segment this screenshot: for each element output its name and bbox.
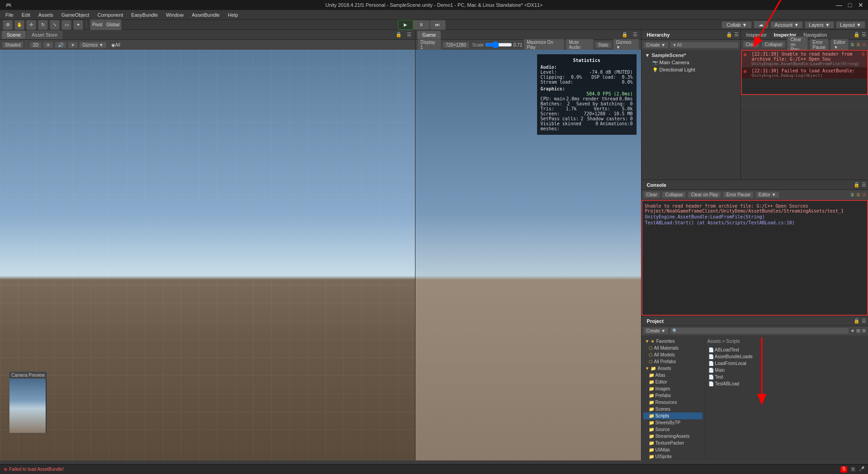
tree-resources[interactable]: 📁 Resources — [643, 399, 703, 406]
tree-images[interactable]: 📁 Images — [643, 385, 703, 392]
maximize-play-btn[interactable]: Maximize On Play — [524, 39, 564, 51]
collab-button[interactable]: Collab ▼ — [722, 21, 752, 28]
project-tab[interactable]: Project — [643, 318, 667, 325]
hierarchy-main-camera[interactable]: 📷 Main Camera — [643, 59, 739, 66]
tree-texture[interactable]: 📁 TexturePacker — [643, 440, 703, 446]
hierarchy-lock-btn[interactable]: 🔒 — [726, 32, 732, 38]
all-btn[interactable]: ◉All — [108, 42, 123, 48]
tree-editor[interactable]: 📁 Editor — [643, 379, 703, 385]
project-menu-btn[interactable]: ☰ — [862, 318, 866, 324]
console-error-row-2[interactable]: ⊗ [22:31:30] Failed to load AssetBundle:… — [742, 67, 867, 79]
game-lock-btn[interactable]: 🔒 — [620, 32, 630, 38]
project-star-btn[interactable]: ★ — [850, 328, 855, 334]
shaded-dropdown[interactable]: Shaded — [2, 42, 24, 48]
tree-assets[interactable]: ▼ 📁 Assets — [643, 365, 703, 372]
tree-all-prefabs[interactable]: ⬡ All Prefabs — [643, 358, 703, 365]
move-tool[interactable]: ✛ — [26, 20, 36, 30]
lighting-btn[interactable]: ☀ — [43, 42, 53, 48]
close-button[interactable]: ✕ — [857, 1, 864, 9]
game-gizmos-btn[interactable]: Gizmos ▼ — [613, 39, 639, 51]
console-menu-btn[interactable]: ☰ — [862, 182, 866, 188]
effects-btn[interactable]: ✦ — [68, 42, 78, 48]
collapse-btn[interactable]: Collapse — [761, 41, 785, 48]
cloud-button[interactable]: ☁ — [754, 21, 769, 28]
rotate-tool[interactable]: ↻ — [38, 20, 48, 30]
tree-atlas[interactable]: 📁 Altas — [643, 372, 703, 379]
tree-scenes[interactable]: 📁 Scenes — [643, 406, 703, 412]
scene-lock-btn[interactable]: 🔒 — [394, 32, 404, 38]
display-dropdown[interactable]: Display 1 — [417, 39, 441, 51]
console-tab-label[interactable]: Inspector — [743, 31, 770, 38]
project-search[interactable]: 🔍 — [670, 327, 849, 334]
console-main-tab[interactable]: Console — [643, 181, 670, 189]
play-button[interactable]: ▶ — [398, 20, 413, 30]
tree-prefabs[interactable]: 📁 Prefabs — [643, 392, 703, 399]
mute-btn[interactable]: Mute Audio — [566, 39, 593, 51]
console-error-pause-btn[interactable]: Error Pause — [723, 191, 753, 198]
global-button[interactable]: Global — [104, 20, 121, 30]
layers-dropdown[interactable]: Layers ▼ — [805, 21, 834, 28]
file-assetbundleloader[interactable]: 📄 AssetBundleLoade — [707, 353, 866, 360]
asset-store-tab[interactable]: Asset Store — [27, 31, 62, 39]
inspector-menu-btn[interactable]: ☰ — [862, 32, 866, 38]
menu-window[interactable]: Window — [162, 11, 187, 19]
file-testabload[interactable]: 📄 TestABLoad — [707, 380, 866, 387]
hierarchy-scene-item[interactable]: ▼ SampleScene* — [643, 52, 739, 59]
tree-scripts[interactable]: 📁 Scripts — [643, 412, 703, 419]
audio-btn[interactable]: 🔊 — [55, 42, 66, 48]
tree-packages[interactable]: ▶ 📦 Packages — [643, 460, 703, 460]
tree-uiatlas[interactable]: 📁 UIAtlas — [643, 446, 703, 453]
2d-button[interactable]: 2D — [29, 42, 42, 48]
maximize-button[interactable]: □ — [846, 1, 854, 9]
hierarchy-search[interactable]: ▼All — [670, 42, 738, 48]
hierarchy-menu-btn[interactable]: ☰ — [734, 32, 739, 38]
scale-slider[interactable] — [485, 42, 512, 47]
clear-btn[interactable]: Clear — [743, 41, 760, 48]
console-clear-btn[interactable]: Clear — [643, 191, 660, 198]
step-button[interactable]: ⏭ — [429, 20, 446, 30]
rect-tool[interactable]: ▭ — [61, 20, 71, 30]
account-dropdown[interactable]: Account ▼ — [770, 21, 803, 28]
console-clear-play-btn[interactable]: Clear on Play — [688, 191, 721, 198]
resolution-dropdown[interactable]: 720×1280 — [443, 42, 469, 48]
hierarchy-create-btn[interactable]: Create ▼ — [643, 42, 669, 48]
stats-btn[interactable]: Stats — [595, 42, 612, 48]
project-toggle-btn[interactable]: ⊞ — [856, 328, 860, 334]
game-menu-btn[interactable]: ☰ — [631, 32, 639, 38]
gizmos-btn[interactable]: Gizmos ▼ — [79, 42, 107, 48]
layout-dropdown[interactable]: Layout ▼ — [836, 21, 865, 28]
multi-tool[interactable]: ✦ — [73, 20, 83, 30]
menu-assets[interactable]: Assets — [35, 11, 57, 19]
tree-all-models[interactable]: ⬡ All Models — [643, 351, 703, 358]
scene-menu-btn[interactable]: ☰ — [405, 32, 413, 38]
console-editor-btn[interactable]: Editor ▼ — [755, 191, 779, 198]
hand-tool[interactable]: ✋ — [14, 20, 24, 30]
project-settings-btn[interactable]: ⚙ — [862, 328, 866, 334]
project-create-btn[interactable]: Create ▼ — [643, 327, 669, 334]
tree-uisprite[interactable]: 📁 UISprite — [643, 453, 703, 460]
hierarchy-directional-light[interactable]: 💡 Directional Light — [643, 66, 739, 73]
menu-help[interactable]: Help — [224, 11, 242, 19]
menu-easybundle[interactable]: EasyBundle — [127, 11, 161, 19]
console-lock-btn[interactable]: 🔒 — [854, 182, 860, 188]
tree-streaming[interactable]: 📁 StreamingAssets — [643, 433, 703, 440]
scale-tool[interactable]: ⤡ — [50, 20, 60, 30]
menu-edit[interactable]: Edit — [18, 11, 34, 19]
scene-tab[interactable]: Scene — [2, 31, 26, 39]
minimize-button[interactable]: — — [835, 1, 843, 9]
file-abloadtest[interactable]: 📄 ABLoadTest — [707, 346, 866, 353]
transform-tools[interactable]: ⚙ — [3, 20, 13, 30]
project-lock-btn[interactable]: 🔒 — [854, 318, 860, 324]
file-loadfromlocal[interactable]: 📄 LoadFromLocal — [707, 360, 866, 367]
pause-button[interactable]: ⏸ — [413, 20, 429, 30]
hierarchy-tab[interactable]: Hierarchy — [643, 31, 674, 38]
file-test[interactable]: 📄 Test — [707, 374, 866, 380]
pivot-button[interactable]: Pivot — [90, 20, 104, 30]
menu-assets2[interactable]: AssetBundle — [188, 11, 223, 19]
console-collapse-btn[interactable]: Collapse — [662, 191, 686, 198]
editor-btn[interactable]: Editor ▼ — [830, 39, 849, 51]
game-tab[interactable]: Game — [417, 31, 441, 39]
tree-favorites[interactable]: ▼ ★ Favorites — [643, 338, 703, 345]
tree-sheets[interactable]: 📁 SheetsByTP — [643, 419, 703, 426]
tree-source[interactable]: 📁 Source — [643, 426, 703, 433]
